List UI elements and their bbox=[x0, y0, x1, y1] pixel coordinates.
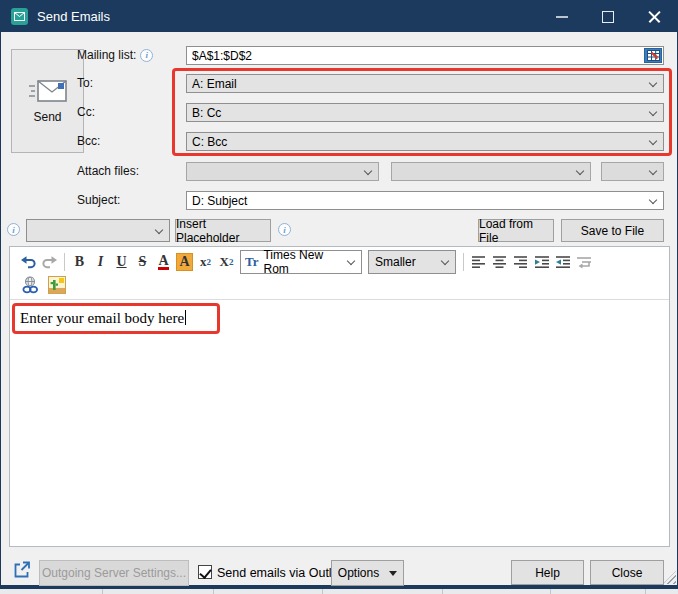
cc-dropdown[interactable]: B: Cc bbox=[186, 103, 664, 122]
increase-indent-icon bbox=[555, 255, 571, 269]
email-body-area[interactable]: Enter your email body here bbox=[10, 300, 669, 544]
cc-label: Cc: bbox=[77, 105, 95, 119]
options-button[interactable]: Options bbox=[331, 560, 404, 586]
insert-link-button[interactable] bbox=[22, 276, 40, 298]
insert-image-icon bbox=[48, 276, 66, 294]
select-range-button[interactable] bbox=[644, 48, 662, 63]
attach-files-dropdown-2[interactable] bbox=[391, 162, 591, 181]
chevron-down-icon bbox=[364, 166, 372, 174]
send-button-label: Send bbox=[33, 110, 61, 124]
to-dropdown[interactable]: A: Email bbox=[186, 74, 664, 93]
chevron-down-icon bbox=[347, 257, 355, 265]
align-left-button[interactable] bbox=[468, 251, 489, 273]
options-button-label: Options bbox=[338, 566, 379, 580]
undo-button[interactable] bbox=[18, 251, 39, 273]
info-icon[interactable]: i bbox=[278, 223, 291, 236]
mailing-list-label-row: Mailing list: i bbox=[77, 48, 153, 62]
bcc-dropdown[interactable]: C: Bcc bbox=[186, 132, 664, 151]
send-emails-dialog: Send Emails Send Mailing list: i $A$1:$D… bbox=[0, 0, 678, 594]
font-color-icon: A bbox=[158, 255, 168, 270]
dialog-window: Send Emails Send Mailing list: i $A$1:$D… bbox=[0, 0, 678, 589]
insert-link-icon bbox=[22, 276, 40, 294]
annotation-body-highlight: Enter your email body here bbox=[12, 303, 220, 334]
font-size-value: Smaller bbox=[375, 255, 416, 269]
bcc-label: Bcc: bbox=[77, 134, 100, 148]
chevron-down-icon bbox=[576, 166, 584, 174]
window-title: Send Emails bbox=[37, 9, 110, 24]
decrease-indent-icon bbox=[534, 255, 550, 269]
superscript-button[interactable]: x2 bbox=[195, 251, 216, 273]
close-button[interactable]: Close bbox=[590, 560, 664, 585]
text-caret bbox=[185, 310, 186, 325]
select-range-icon bbox=[647, 50, 660, 61]
align-right-icon bbox=[513, 255, 528, 269]
app-icon bbox=[11, 8, 28, 25]
mailing-list-label: Mailing list: bbox=[77, 48, 136, 62]
cc-value: B: Cc bbox=[192, 106, 221, 120]
insert-image-button[interactable] bbox=[48, 276, 66, 298]
font-size-dropdown[interactable]: Smaller bbox=[368, 250, 456, 274]
line-wrap-icon bbox=[576, 255, 592, 269]
align-center-icon bbox=[492, 255, 507, 269]
redo-icon bbox=[41, 254, 58, 270]
open-settings-window-button[interactable] bbox=[12, 560, 32, 584]
toolbar-separator bbox=[64, 253, 65, 271]
load-from-file-button[interactable]: Load from File bbox=[478, 219, 554, 242]
chevron-down-icon bbox=[441, 257, 449, 265]
underline-button[interactable]: U bbox=[111, 251, 132, 273]
email-body-editor[interactable]: B I U S A A x2 X2 Tr Times New Rom Small… bbox=[9, 246, 670, 547]
close-window-button[interactable] bbox=[637, 1, 671, 32]
send-button[interactable]: Send bbox=[11, 49, 84, 153]
increase-indent-button[interactable] bbox=[552, 251, 573, 273]
help-button[interactable]: Help bbox=[511, 560, 584, 585]
title-bar[interactable]: Send Emails bbox=[1, 1, 677, 32]
subject-label: Subject: bbox=[77, 193, 120, 207]
strikethrough-button[interactable]: S bbox=[132, 251, 153, 273]
chevron-down-icon bbox=[649, 78, 657, 86]
chevron-down-icon bbox=[649, 136, 657, 144]
mailing-list-input[interactable]: $A$1:$D$2 bbox=[186, 46, 664, 65]
undo-icon bbox=[20, 254, 37, 270]
font-color-button[interactable]: A bbox=[153, 251, 174, 273]
chevron-down-icon bbox=[155, 225, 163, 233]
align-right-button[interactable] bbox=[510, 251, 531, 273]
to-label: To: bbox=[77, 76, 93, 90]
highlight-color-button[interactable]: A bbox=[174, 251, 195, 273]
line-wrap-button[interactable] bbox=[573, 251, 594, 273]
align-left-icon bbox=[471, 255, 486, 269]
resize-grip[interactable] bbox=[663, 571, 676, 584]
to-value: A: Email bbox=[192, 77, 237, 91]
subscript-button[interactable]: X2 bbox=[216, 251, 237, 273]
info-icon[interactable]: i bbox=[7, 223, 20, 236]
toolbar-separator bbox=[463, 253, 464, 271]
placeholder-dropdown[interactable] bbox=[26, 219, 170, 242]
chevron-down-icon bbox=[649, 195, 657, 203]
font-family-value: Times New Rom bbox=[263, 248, 345, 276]
italic-button[interactable]: I bbox=[90, 251, 111, 273]
save-to-file-button[interactable]: Save to File bbox=[561, 219, 664, 242]
mailing-list-value: $A$1:$D$2 bbox=[192, 49, 252, 63]
bcc-value: C: Bcc bbox=[192, 135, 227, 149]
attach-files-label: Attach files: bbox=[77, 164, 139, 178]
insert-placeholder-button[interactable]: Insert Placeholder bbox=[175, 219, 271, 242]
font-family-dropdown[interactable]: Tr Times New Rom bbox=[240, 250, 362, 274]
subject-dropdown[interactable]: D: Subject bbox=[186, 191, 664, 210]
send-via-outlook-checkbox[interactable] bbox=[198, 565, 212, 579]
outgoing-server-settings-button: Outgoing Server Settings... bbox=[39, 560, 189, 586]
background-worksheet-edge bbox=[0, 589, 678, 594]
attach-files-dropdown-1[interactable] bbox=[186, 162, 379, 181]
chevron-down-icon bbox=[649, 107, 657, 115]
info-icon[interactable]: i bbox=[140, 49, 153, 62]
attach-files-dropdown-3[interactable] bbox=[601, 162, 664, 181]
minimize-button[interactable] bbox=[545, 1, 579, 32]
decrease-indent-button[interactable] bbox=[531, 251, 552, 273]
redo-button[interactable] bbox=[39, 251, 60, 273]
insert-toolbar bbox=[10, 275, 669, 299]
align-center-button[interactable] bbox=[489, 251, 510, 273]
dropdown-caret-icon bbox=[389, 571, 397, 576]
bold-button[interactable]: B bbox=[69, 251, 90, 273]
font-family-icon: Tr bbox=[245, 254, 258, 270]
format-toolbar: B I U S A A x2 X2 Tr Times New Rom Small… bbox=[10, 247, 669, 275]
email-body-text: Enter your email body here bbox=[15, 310, 186, 327]
maximize-button[interactable] bbox=[591, 1, 625, 32]
